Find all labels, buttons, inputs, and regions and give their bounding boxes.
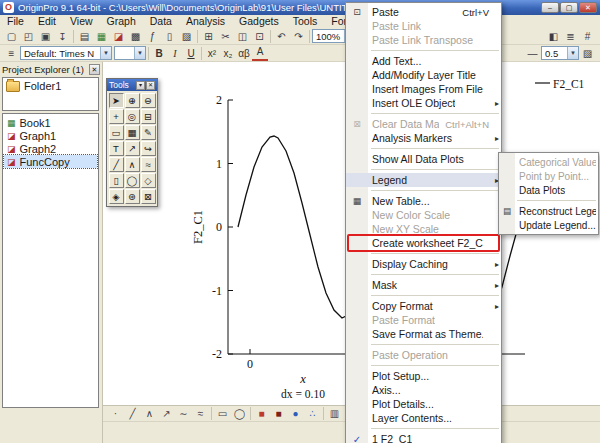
rectangle-tool-icon[interactable]: ▭ (214, 406, 231, 421)
menu-item-display-caching[interactable]: Display Caching▸ (346, 257, 501, 271)
import-icon[interactable]: ↧ (54, 29, 71, 44)
menu-item-new-color-scale[interactable]: New Color Scale (346, 208, 501, 222)
menu-item-layer-contents[interactable]: Layer Contents... (346, 411, 501, 425)
polygon-annotation-tool-icon[interactable]: ◇ (141, 173, 156, 188)
underline-button[interactable]: U (183, 46, 199, 61)
selection-on-all-plots-icon[interactable]: ▦ (125, 125, 140, 140)
menu-item-paste-link[interactable]: Paste Link (346, 19, 501, 33)
column-plot-icon[interactable]: ▥ (326, 406, 343, 421)
menu-item-paste-format[interactable]: Paste Format (346, 313, 501, 327)
pan-tool-icon[interactable]: ⊛ (125, 189, 140, 204)
scatter-plot-icon[interactable]: ∴ (304, 406, 321, 421)
close-icon[interactable]: ✕ (89, 64, 100, 75)
copy-icon[interactable]: ◫ (234, 29, 251, 44)
zoom-out-tool-icon[interactable]: ⊖ (141, 93, 156, 108)
tools-palette-titlebar[interactable]: Tools ▾ ✕ (107, 79, 157, 91)
new-folder-icon[interactable]: ▤ (76, 29, 93, 44)
new-workbook-icon[interactable]: ▦ (93, 29, 110, 44)
rectangle-annotation-tool-icon[interactable]: ▯ (109, 173, 124, 188)
ellipse-annotation-tool-icon[interactable]: ◯ (125, 173, 140, 188)
data-reader-tool-icon[interactable]: ◎ (125, 109, 140, 124)
line-tool-icon[interactable]: ╱ (124, 406, 141, 421)
subscript-button[interactable]: x₂ (220, 46, 236, 61)
new-project-icon[interactable]: ▢ (3, 29, 20, 44)
menu-data[interactable]: Data (143, 15, 179, 28)
maroon-marker-icon[interactable]: ■ (270, 406, 287, 421)
menu-item-legend[interactable]: Legend▸ (346, 173, 501, 187)
menu-item-add-modify-layer-title[interactable]: Add/Modify Layer Title (346, 68, 501, 82)
pointer-tool-icon[interactable]: ➤ (109, 93, 124, 108)
project-window-icon[interactable]: ◧ (545, 29, 562, 44)
font-color-button[interactable]: A (252, 46, 268, 61)
new-notes-icon[interactable]: ▨ (178, 29, 195, 44)
redo-icon[interactable]: ↷ (290, 29, 307, 44)
close-icon[interactable]: ✕ (146, 81, 155, 90)
menu-item-save-format-as-theme[interactable]: Save Format as Theme... (346, 327, 501, 341)
menu-item-insert-ole-object[interactable]: Insert OLE Object▸ (346, 96, 501, 110)
new-function-icon[interactable]: ƒ (144, 29, 161, 44)
project-item-graph2[interactable]: ◪ Graph2 (4, 142, 97, 155)
menu-view[interactable]: View (63, 15, 100, 28)
menu-item-new-table[interactable]: ▦New Table... (346, 194, 501, 208)
menu-item-create-worksheet-f2c1[interactable]: Create worksheet F2_C1 (346, 236, 501, 250)
code-builder-icon[interactable]: # (579, 29, 596, 44)
y-axis-title[interactable]: F2_C1 (191, 210, 205, 244)
cut-icon[interactable]: ✂ (217, 29, 234, 44)
menu-item-clear-data-markers[interactable]: ⊠Clear Data MarkersCtrl+Alt+N (346, 117, 501, 131)
selection-on-active-plot-icon[interactable]: ▭ (109, 125, 124, 140)
menu-item-paste-operation[interactable]: Paste Operation (346, 348, 501, 362)
script-window-icon[interactable]: ≣ (562, 29, 579, 44)
close-button[interactable]: ✕ (579, 2, 597, 13)
chevron-down-icon[interactable]: ▼ (134, 47, 145, 59)
open-icon[interactable]: ◰ (20, 29, 37, 44)
menu-item-analysis-markers[interactable]: Analysis Markers▸ (346, 131, 501, 145)
maximize-button[interactable]: ▢ (560, 2, 578, 13)
bold-button[interactable]: B (151, 46, 167, 61)
menu-graph[interactable]: Graph (100, 15, 143, 28)
freehand-tool-icon[interactable]: ≈ (192, 406, 209, 421)
screen-reader-tool-icon[interactable]: + (109, 109, 124, 124)
blue-marker-icon[interactable]: ● (287, 406, 304, 421)
ellipse-tool-icon[interactable]: ◯ (231, 406, 248, 421)
menu-item-mask[interactable]: Mask▸ (346, 278, 501, 292)
menu-tools[interactable]: Tools (286, 15, 325, 28)
style-list-icon[interactable]: ≡ (3, 46, 20, 61)
arrow-tool-icon[interactable]: ↗ (158, 406, 175, 421)
region-mask-tool-icon[interactable]: ◈ (109, 189, 124, 204)
project-item-book1[interactable]: ▦ Book1 (4, 116, 97, 129)
line-annotation-tool-icon[interactable]: ╱ (109, 157, 124, 172)
legend-text[interactable]: F2_C1 (553, 78, 585, 90)
new-graph-icon[interactable]: ◪ (110, 29, 127, 44)
point-tool-icon[interactable]: · (107, 406, 124, 421)
print-icon[interactable]: ⊞ (200, 29, 217, 44)
data-selector-tool-icon[interactable]: ⊟ (141, 109, 156, 124)
arrow-annotation-tool-icon[interactable]: ↗ (125, 141, 140, 156)
submenu-item-update-legend[interactable]: Update Legend... (499, 218, 598, 232)
new-layout-icon[interactable]: ▯ (161, 29, 178, 44)
paste-icon[interactable]: ⊡ (251, 29, 268, 44)
zoom-in-tool-icon[interactable]: ⊕ (125, 93, 140, 108)
superscript-button[interactable]: x² (204, 46, 220, 61)
fill-pattern-icon[interactable]: ▨ (579, 46, 596, 61)
x-axis-title[interactable]: x (299, 372, 306, 386)
menu-item-plot-details[interactable]: Plot Details... (346, 397, 501, 411)
submenu-item-data-plots[interactable]: Data Plots (499, 183, 598, 197)
font-comb[interactable]: Default: Times N ▼ (20, 46, 112, 60)
font-size-combo[interactable]: ▼ (114, 46, 146, 60)
folder-node-folder1[interactable]: Folder1 (3, 78, 98, 94)
new-matrix-icon[interactable]: ▩ (127, 29, 144, 44)
project-item-funccopy[interactable]: ◪ FuncCopy (4, 155, 97, 168)
menu-item-plot-setup[interactable]: Plot Setup... (346, 369, 501, 383)
undo-icon[interactable]: ↶ (273, 29, 290, 44)
menu-item-new-xy-scale[interactable]: New XY Scale (346, 222, 501, 236)
menu-item-paste-link-transpose[interactable]: Paste Link Transpose (346, 33, 501, 47)
mask-tool-icon[interactable]: ⊠ (141, 189, 156, 204)
submenu-item-categorical-values[interactable]: Categorical Values (499, 155, 598, 169)
greek-button[interactable]: αβ (236, 46, 252, 61)
submenu-item-point-by-point[interactable]: Point by Point... (499, 169, 598, 183)
freehand-draw-tool-icon[interactable]: ≈ (141, 157, 156, 172)
chevron-down-icon[interactable]: ▾ (136, 81, 145, 90)
save-icon[interactable]: ▣ (37, 29, 54, 44)
project-item-graph1[interactable]: ◪ Graph1 (4, 129, 97, 142)
curve-tool-icon[interactable]: ∼ (175, 406, 192, 421)
